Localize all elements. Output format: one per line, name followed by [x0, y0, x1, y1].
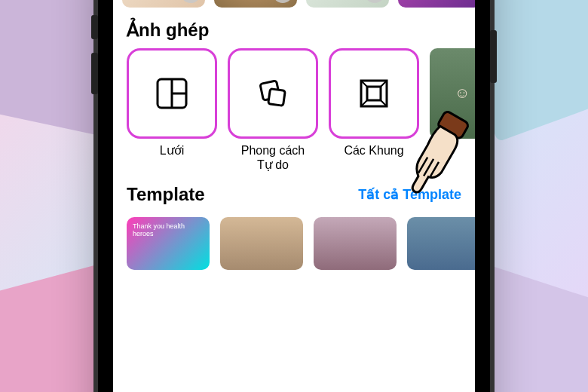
collage-frames-label: Các Khung	[344, 143, 403, 158]
collage-option-frames: Các Khung	[329, 48, 419, 172]
phone-screen: ↻ ↻ ↻ Ảnh ghép	[113, 0, 475, 392]
refresh-icon[interactable]: ↻	[365, 0, 384, 3]
collage-option-freestyle: Phong cách Tự do	[228, 48, 318, 172]
template-row: Thank you health heroes	[113, 210, 475, 270]
collage-grid-button[interactable]	[127, 48, 217, 139]
collage-option-grid: Lưới	[127, 48, 217, 172]
template-thumb[interactable]	[220, 217, 303, 270]
effect-thumb[interactable]: ↻	[306, 0, 389, 8]
effect-thumb[interactable]: ↻	[214, 0, 297, 8]
collage-extra-thumb[interactable]	[430, 48, 475, 139]
collage-section-header: Ảnh ghép	[113, 8, 475, 45]
frames-icon	[355, 75, 393, 112]
effect-thumb[interactable]	[398, 0, 475, 8]
collage-title: Ảnh ghép	[127, 20, 461, 41]
refresh-icon[interactable]: ↻	[273, 0, 292, 3]
phone-frame: ↻ ↻ ↻ Ảnh ghép	[98, 0, 490, 392]
collage-freestyle-button[interactable]	[228, 48, 318, 139]
template-section-header: Template Tất cả Template	[113, 172, 475, 210]
template-thumb[interactable]	[407, 217, 475, 270]
template-thumb[interactable]	[314, 217, 397, 270]
collage-freestyle-label: Phong cách Tự do	[241, 143, 305, 172]
refresh-icon[interactable]: ↻	[181, 0, 201, 3]
template-title: Template	[127, 184, 205, 205]
effect-thumb[interactable]: ↻	[122, 0, 205, 8]
all-templates-link[interactable]: Tất cả Template	[358, 186, 461, 203]
svg-rect-6	[367, 87, 381, 100]
template-caption: Thank you health heroes	[133, 223, 185, 238]
effects-row: ↻ ↻ ↻	[113, 0, 475, 8]
collage-grid-label: Lưới	[160, 143, 184, 158]
svg-rect-4	[268, 89, 286, 106]
collage-options-row: Lưới Phong cách Tự do	[113, 45, 475, 172]
grid-icon	[153, 75, 191, 112]
freestyle-icon	[254, 75, 292, 112]
collage-frames-button[interactable]	[329, 48, 419, 139]
template-thumb[interactable]: Thank you health heroes	[127, 217, 210, 270]
